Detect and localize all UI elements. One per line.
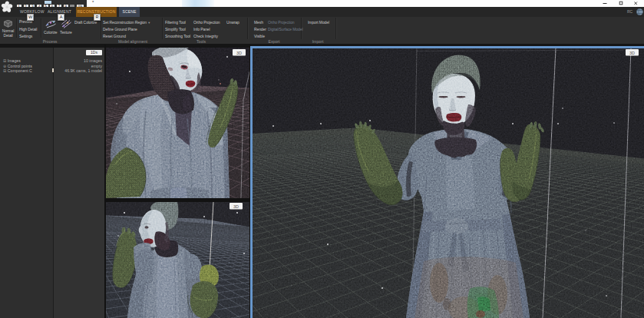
svg-text:3D: 3D: [629, 51, 635, 55]
svg-text:3D: 3D: [233, 204, 239, 209]
svg-text:3D: 3D: [236, 51, 242, 55]
